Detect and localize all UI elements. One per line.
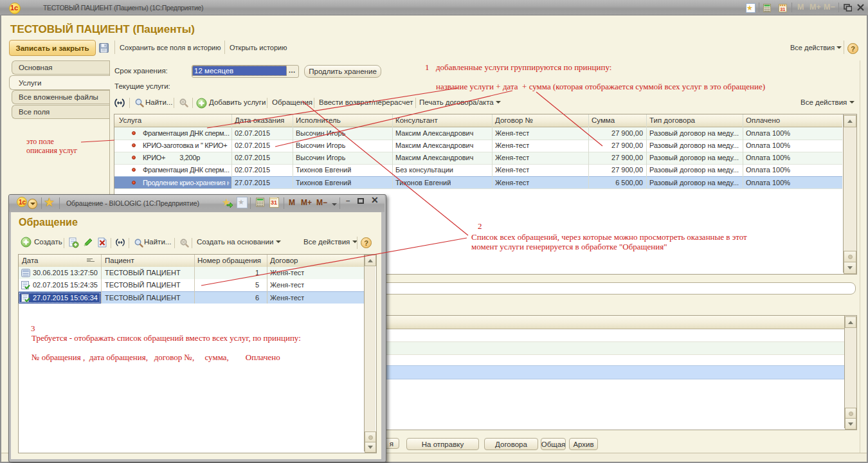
svg-text:31: 31 — [780, 6, 785, 12]
